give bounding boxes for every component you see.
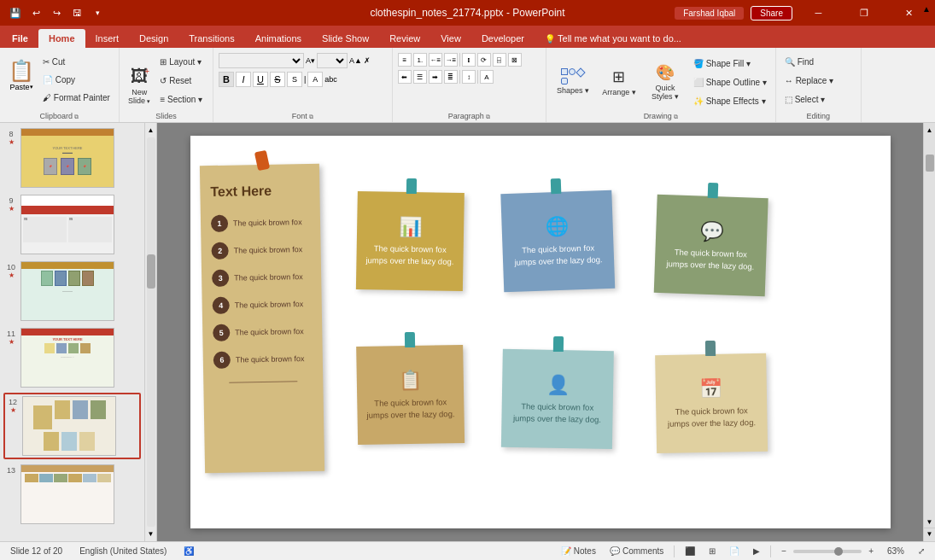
- format-painter-button[interactable]: 🖌 Format Painter: [39, 89, 114, 106]
- autosave-icon[interactable]: 🖫: [68, 4, 85, 21]
- reset-button[interactable]: ↺ Reset: [156, 72, 206, 89]
- align-center-button[interactable]: ☰: [413, 70, 427, 84]
- redo-button[interactable]: ↪: [48, 4, 65, 21]
- tab-developer[interactable]: Developer: [471, 29, 535, 48]
- normal-view-button[interactable]: ⬛: [681, 545, 698, 557]
- paste-button[interactable]: 📋 Paste▾: [5, 51, 38, 99]
- collapse-ribbon-button[interactable]: ▲: [920, 2, 933, 15]
- language-indicator[interactable]: English (United States): [76, 545, 170, 557]
- section-button[interactable]: ≡ Section ▾: [156, 90, 206, 108]
- col-button[interactable]: ⫿: [462, 53, 476, 67]
- scroll-bottom-button[interactable]: ▼: [924, 528, 936, 540]
- font-size-down[interactable]: A▾: [306, 56, 315, 65]
- text-shadow-button[interactable]: A: [480, 70, 494, 84]
- slide-thumbnail-10[interactable]: 10 ★ ————: [3, 260, 141, 323]
- font-size-select[interactable]: [317, 53, 348, 68]
- zoom-out-button[interactable]: −: [778, 545, 790, 557]
- convert-button[interactable]: ⌸: [493, 53, 506, 67]
- zoom-in-button[interactable]: +: [865, 545, 877, 557]
- smartart-button[interactable]: ⊠: [508, 53, 522, 67]
- fit-slide-button[interactable]: ⤢: [915, 545, 928, 557]
- notes-button[interactable]: 📝 Notes: [558, 545, 599, 557]
- zoom-slider[interactable]: [793, 550, 862, 553]
- shape-fill-button[interactable]: 🪣 Shape Fill ▾: [690, 55, 770, 73]
- align-right-button[interactable]: ➡: [429, 70, 442, 84]
- quick-styles-button[interactable]: 🎨 QuickStyles ▾: [644, 61, 687, 103]
- find-button[interactable]: 🔍 Find: [781, 53, 856, 70]
- scroll-thumb[interactable]: [926, 155, 934, 172]
- tab-view[interactable]: View: [430, 29, 471, 48]
- shadow-button[interactable]: S: [287, 72, 302, 87]
- slide-thumbnail-13[interactable]: 13 ★: [3, 463, 141, 526]
- arrange-button[interactable]: ⊞ Arrange ▾: [598, 61, 640, 103]
- cut-button[interactable]: ✂ Cut: [39, 53, 114, 70]
- slide-thumbnail-9[interactable]: 9 ★ COMPARISON VS VS: [3, 193, 141, 256]
- tab-animations[interactable]: Animations: [245, 29, 312, 48]
- font-name-select[interactable]: [219, 53, 304, 68]
- tab-tell-me[interactable]: 💡 Tell me what you want to do...: [535, 29, 692, 48]
- bullets-button[interactable]: ≡: [398, 53, 412, 67]
- tab-transitions[interactable]: Transitions: [178, 29, 244, 48]
- bold-button[interactable]: B: [219, 72, 234, 87]
- share-button[interactable]: Share: [751, 6, 792, 20]
- font-color-button[interactable]: A: [307, 72, 323, 87]
- tab-review[interactable]: Review: [379, 29, 430, 48]
- justify-button[interactable]: ≣: [444, 70, 458, 84]
- replace-button[interactable]: ↔ Replace ▾: [781, 72, 856, 89]
- tab-file[interactable]: File: [2, 29, 38, 48]
- italic-button[interactable]: I: [236, 72, 251, 87]
- sidebar-scroll-down[interactable]: ▼: [146, 528, 156, 540]
- font-size-up[interactable]: A▲: [349, 56, 362, 65]
- sidebar-scroll-track[interactable]: [147, 137, 155, 527]
- slide-thumbnail-11[interactable]: 11 ★ YOUR TEXT HERE ──────→: [3, 326, 141, 389]
- text-highlight[interactable]: abc: [324, 75, 337, 84]
- accessibility-button[interactable]: ♿: [180, 545, 197, 557]
- slideshow-view-button[interactable]: ▶: [750, 545, 763, 557]
- shapes-button[interactable]: Shapes ▾: [552, 61, 594, 103]
- undo-button[interactable]: ↩: [27, 4, 44, 21]
- zoom-slider-thumb[interactable]: [834, 547, 843, 556]
- line-spacing-button[interactable]: ↕: [462, 70, 476, 84]
- new-slide-button[interactable]: 🖼+ NewSlide ▾: [125, 61, 155, 109]
- scroll-track[interactable]: [926, 136, 934, 516]
- zoom-level[interactable]: 63%: [884, 545, 908, 557]
- strikethrough-button[interactable]: S: [270, 72, 285, 87]
- layout-button[interactable]: ⊞ Layout ▾: [156, 53, 206, 70]
- decrease-indent-button[interactable]: ←≡: [429, 53, 442, 67]
- slide-sorter-button[interactable]: ⊞: [705, 545, 719, 557]
- save-button[interactable]: 💾: [7, 4, 24, 21]
- copy-button[interactable]: 📄 Copy: [39, 71, 114, 88]
- slide-canvas[interactable]: Text Here 1 The quick brown fox 2 The qu…: [190, 136, 891, 528]
- zoom-control: − +: [778, 545, 877, 557]
- user-account[interactable]: Farshad Iqbal: [675, 7, 744, 20]
- shape-outline-button[interactable]: ⬜ Shape Outline ▾: [690, 74, 770, 91]
- shape-effects-button[interactable]: ✨ Shape Effects ▾: [690, 93, 770, 110]
- right-scrollbar[interactable]: ▲ ▼ ▼: [923, 123, 935, 541]
- scroll-up-button[interactable]: ▲: [925, 125, 935, 136]
- tab-design[interactable]: Design: [129, 29, 178, 48]
- minimize-button[interactable]: ─: [799, 0, 838, 26]
- text-direction-button[interactable]: ⟳: [477, 53, 491, 67]
- scroll-down-button[interactable]: ▼: [925, 516, 935, 528]
- tab-slideshow[interactable]: Slide Show: [312, 29, 379, 48]
- tab-home[interactable]: Home: [38, 29, 85, 48]
- slide-thumbnail-12[interactable]: 12 ★: [3, 393, 141, 459]
- sidebar-scrollbar[interactable]: ▲ ▼: [145, 123, 157, 541]
- align-left-button[interactable]: ⬅: [398, 70, 412, 84]
- list-num-4: 4: [212, 297, 229, 314]
- clear-format-button[interactable]: ✗: [364, 56, 371, 65]
- increase-indent-button[interactable]: →≡: [444, 53, 458, 67]
- customize-qat-button[interactable]: ▾: [89, 4, 106, 21]
- reading-view-button[interactable]: 📄: [726, 545, 743, 557]
- underline-button[interactable]: U: [253, 72, 268, 87]
- numbering-button[interactable]: 1.: [413, 53, 427, 67]
- tab-insert[interactable]: Insert: [85, 29, 130, 48]
- sidebar-scroll-thumb[interactable]: [147, 254, 155, 289]
- paragraph-label: Paragraph ⧉: [393, 112, 546, 120]
- comments-button[interactable]: 💬 Comments: [606, 545, 667, 557]
- sidebar-scroll-up[interactable]: ▲: [146, 125, 156, 136]
- select-button[interactable]: ⬚ Select ▾: [781, 90, 856, 108]
- note-body-1: 📊 The quick brown fox jumps over the laz…: [355, 191, 464, 291]
- slide-thumbnail-8[interactable]: 8 ★ YOUR TEXT HERE▬▬▬ 📌 📌 📌: [3, 126, 141, 190]
- restore-button[interactable]: ❐: [844, 0, 883, 26]
